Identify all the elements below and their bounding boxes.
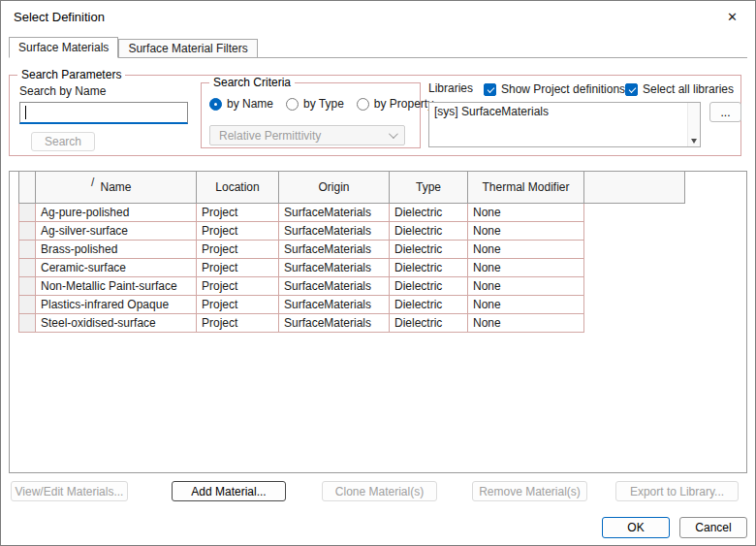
table-cell: Project — [197, 296, 279, 314]
libraries-listbox[interactable]: [sys] SurfaceMaterials — [428, 102, 701, 147]
table-cell: Brass-polished — [36, 241, 197, 259]
header-location[interactable]: Location — [197, 172, 279, 204]
table-cell: Dielectric — [390, 277, 468, 296]
remove-material-button[interactable]: Remove Material(s) — [472, 481, 587, 501]
row-selector[interactable] — [19, 204, 36, 222]
ok-button[interactable]: OK — [602, 517, 670, 538]
table-cell: Plastics-infrared Opaque — [36, 296, 197, 314]
materials-table-body: Ag-pure-polishedProjectSurfaceMaterialsD… — [19, 204, 685, 333]
table-cell: None — [468, 222, 584, 241]
table-cell: SurfaceMaterials — [279, 204, 390, 222]
table-cell: Ceramic-surface — [36, 259, 197, 277]
table-cell: SurfaceMaterials — [279, 222, 390, 241]
table-cell: SurfaceMaterials — [279, 259, 390, 277]
header-thermal-modifier[interactable]: Thermal Modifier — [468, 172, 584, 204]
title-bar: Select Definition ✕ — [1, 1, 755, 32]
table-cell: Ag-silver-surface — [36, 222, 197, 241]
text-caret — [25, 106, 26, 119]
tab-surface-material-filters[interactable]: Surface Material Filters — [118, 39, 257, 57]
table-cell: SurfaceMaterials — [279, 314, 390, 333]
table-cell: Project — [197, 241, 279, 259]
table-cell: None — [468, 314, 584, 333]
scroll-down-icon[interactable] — [691, 139, 697, 144]
table-cell: Steel-oxidised-surface — [36, 314, 197, 333]
materials-grid: / Name Location Origin Type Thermal Modi… — [18, 171, 685, 333]
table-row[interactable]: Ceramic-surfaceProjectSurfaceMaterialsDi… — [19, 259, 685, 277]
search-criteria-label: Search Criteria — [209, 76, 295, 89]
header-type[interactable]: Type — [390, 172, 468, 204]
table-cell: Project — [197, 259, 279, 277]
table-cell: Dielectric — [390, 241, 468, 259]
table-cell: Project — [197, 277, 279, 296]
table-row[interactable]: Non-Metallic Paint-surfaceProjectSurface… — [19, 277, 685, 296]
search-button[interactable]: Search — [31, 132, 95, 151]
listbox-scrollbar[interactable] — [687, 103, 700, 146]
table-cell: Project — [197, 314, 279, 333]
radio-by-type[interactable]: by Type — [286, 97, 344, 111]
search-parameters-group: Search Parameters Search by Name Search … — [9, 75, 741, 156]
table-cell: Non-Metallic Paint-surface — [36, 277, 197, 296]
radio-by-property-label: by Property — [374, 97, 433, 111]
radio-unselected-icon[interactable] — [357, 98, 369, 111]
cancel-button[interactable]: Cancel — [679, 517, 747, 538]
close-icon: ✕ — [727, 10, 738, 24]
table-cell: Dielectric — [390, 259, 468, 277]
criteria-radio-group: by Name by Type by Property — [209, 97, 433, 111]
table-cell: None — [468, 204, 584, 222]
table-header-row: / Name Location Origin Type Thermal Modi… — [19, 172, 685, 204]
chevron-down-icon — [389, 129, 398, 139]
tab-strip: Surface Materials Surface Material Filte… — [9, 37, 747, 58]
view-edit-materials-button[interactable]: View/Edit Materials... — [11, 481, 128, 501]
radio-by-property[interactable]: by Property — [357, 97, 433, 111]
materials-table: / Name Location Origin Type Thermal Modi… — [9, 171, 747, 473]
table-cell: SurfaceMaterials — [279, 277, 390, 296]
radio-by-name[interactable]: by Name — [209, 97, 273, 111]
table-cell: Dielectric — [390, 222, 468, 241]
select-all-libraries-checkbox[interactable]: Select all libraries — [625, 82, 734, 96]
property-dropdown[interactable]: Relative Permittivity — [209, 125, 405, 145]
select-all-libraries-label: Select all libraries — [643, 82, 734, 96]
search-name-input[interactable] — [19, 102, 188, 124]
table-cell: Dielectric — [390, 314, 468, 333]
row-selector[interactable] — [19, 241, 36, 259]
table-row[interactable]: Steel-oxidised-surfaceProjectSurfaceMate… — [19, 314, 685, 333]
row-selector[interactable] — [19, 296, 36, 314]
table-cell: SurfaceMaterials — [279, 241, 390, 259]
table-cell: None — [468, 277, 584, 296]
table-cell: None — [468, 241, 584, 259]
radio-by-type-label: by Type — [303, 97, 344, 111]
table-row[interactable]: Ag-pure-polishedProjectSurfaceMaterialsD… — [19, 204, 685, 222]
table-cell: Ag-pure-polished — [36, 204, 197, 222]
table-cell: Dielectric — [390, 204, 468, 222]
close-button[interactable]: ✕ — [710, 2, 754, 31]
add-material-button[interactable]: Add Material... — [172, 481, 286, 501]
table-row[interactable]: Ag-silver-surfaceProjectSurfaceMaterials… — [19, 222, 685, 241]
clone-material-button[interactable]: Clone Material(s) — [322, 481, 437, 501]
search-name-input-field[interactable] — [20, 103, 187, 122]
library-item[interactable]: [sys] SurfaceMaterials — [429, 103, 700, 120]
header-name[interactable]: / Name — [36, 172, 197, 204]
table-cell: SurfaceMaterials — [279, 296, 390, 314]
select-definition-dialog: Select Definition ✕ Surface Materials Su… — [0, 0, 756, 546]
checkbox-checked-icon[interactable] — [625, 83, 638, 96]
header-origin[interactable]: Origin — [279, 172, 390, 204]
radio-unselected-icon[interactable] — [286, 98, 299, 111]
browse-libraries-button[interactable]: ... — [709, 102, 741, 122]
row-selector[interactable] — [19, 314, 36, 333]
row-selector[interactable] — [19, 277, 36, 296]
table-row[interactable]: Brass-polishedProjectSurfaceMaterialsDie… — [19, 241, 685, 259]
row-selector[interactable] — [19, 222, 36, 241]
header-selector-column — [19, 172, 36, 204]
header-name-label: Name — [100, 180, 131, 194]
show-project-definitions-checkbox[interactable]: Show Project definitions — [484, 82, 625, 96]
show-project-definitions-label: Show Project definitions — [501, 82, 625, 96]
radio-selected-icon[interactable] — [209, 98, 222, 111]
row-selector[interactable] — [19, 259, 36, 277]
table-cell: Dielectric — [390, 296, 468, 314]
export-to-library-button[interactable]: Export to Library... — [615, 481, 739, 501]
tab-surface-materials[interactable]: Surface Materials — [9, 37, 118, 58]
checkbox-checked-icon[interactable] — [484, 83, 496, 96]
dialog-title: Select Definition — [14, 10, 105, 24]
sort-indicator-icon: / — [91, 176, 94, 189]
table-row[interactable]: Plastics-infrared OpaqueProjectSurfaceMa… — [19, 296, 685, 314]
